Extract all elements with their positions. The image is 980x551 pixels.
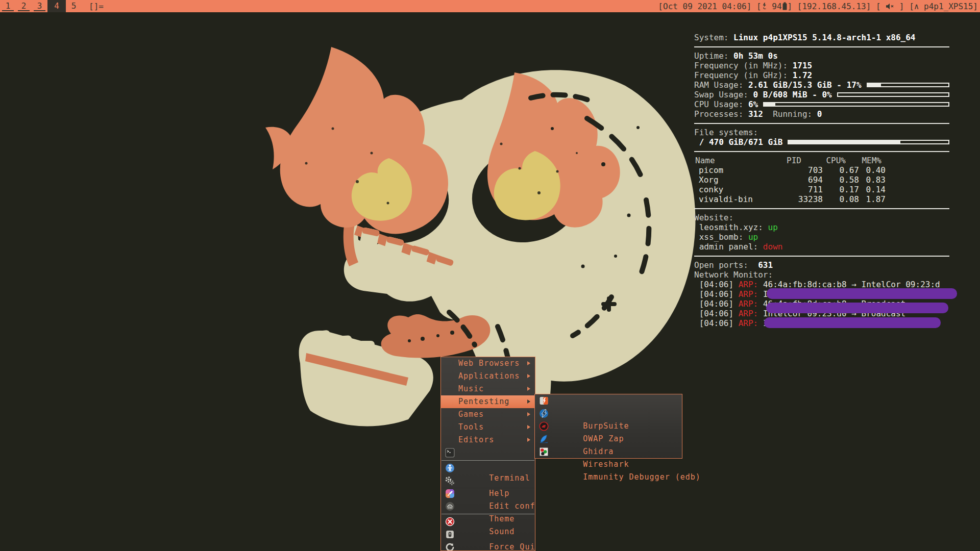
arp-time: [04:06] bbox=[694, 318, 739, 328]
swap-value: 0 B/608 MiB - 0% bbox=[753, 90, 832, 99]
arp-proto: ARP: bbox=[739, 299, 763, 309]
freq-mhz-label: Frequency (in MHz): bbox=[694, 61, 793, 70]
arp-time: [04:06] bbox=[694, 289, 739, 299]
terminal-icon bbox=[445, 448, 455, 458]
proc-pid: 33238 bbox=[762, 194, 823, 204]
desktop: 1 2 3 4 5 []= [Oct 09 2021 04:06] [ 94] … bbox=[0, 0, 980, 551]
bracket: ] bbox=[894, 2, 909, 11]
menu-item-edit-config[interactable]: Edit config bbox=[441, 474, 535, 487]
submenu-item-owasp-zap[interactable]: OWAP Zap bbox=[535, 407, 682, 420]
menu-item-help[interactable]: Help bbox=[441, 462, 535, 474]
menu-item-games[interactable]: Games bbox=[441, 408, 535, 421]
col-cpu: CPU% bbox=[805, 156, 846, 165]
proc-pid: 703 bbox=[762, 165, 823, 175]
menu-item-editors[interactable]: Editors bbox=[441, 434, 535, 446]
arp-proto: ARP: bbox=[739, 289, 763, 299]
workspace-tag-1[interactable]: 1 bbox=[0, 0, 16, 12]
submenu-item-burpsuite[interactable]: BurpSuite bbox=[535, 394, 682, 407]
arp-time: [04:06] bbox=[694, 309, 739, 318]
workspace-label: 4 bbox=[54, 1, 59, 11]
volume-muted-icon bbox=[886, 3, 894, 10]
occupied-indicator bbox=[18, 10, 30, 11]
running-value: 0 bbox=[817, 109, 822, 119]
divider bbox=[694, 151, 949, 152]
table-row: conky7110.170.14 bbox=[694, 185, 949, 194]
zap-icon bbox=[539, 409, 549, 418]
col-pid: PID bbox=[761, 156, 801, 165]
network-interface: [∧ p4p1_XPS15] bbox=[909, 2, 978, 11]
menu-item-shutdown[interactable]: Shutdown bbox=[441, 528, 535, 541]
battery-icon bbox=[782, 2, 788, 10]
arp-time: [04:06] bbox=[694, 299, 739, 309]
running-label: Running: bbox=[763, 109, 817, 119]
workspace-label: 1 bbox=[6, 1, 11, 11]
website-name: leosmith.xyz: bbox=[694, 222, 768, 232]
proc-pid: 711 bbox=[762, 185, 823, 194]
workspace-tag-2[interactable]: 2 bbox=[16, 0, 32, 12]
system-value: Linux p4p1XPS15 5.14.8-arch1-1 x86_64 bbox=[733, 33, 915, 42]
website-name: xss_bomb: bbox=[694, 232, 748, 242]
layout-symbol[interactable]: []= bbox=[89, 2, 104, 11]
menu-item-label: Music bbox=[458, 384, 484, 393]
menu-item-reboot[interactable]: Reboot bbox=[441, 541, 535, 551]
col-name: Name bbox=[695, 156, 715, 165]
bracket: ] bbox=[788, 2, 797, 11]
uptime-value: 0h 53m 0s bbox=[733, 51, 778, 61]
cpu-meter bbox=[763, 102, 949, 107]
workspace-tag-4-selected[interactable]: 4 bbox=[47, 0, 66, 12]
power-plug-icon bbox=[762, 3, 767, 10]
submenu-arrow-icon bbox=[527, 438, 530, 442]
menu-item-force-quit[interactable]: Force Quit bbox=[441, 515, 535, 528]
datetime: [Oct 09 2021 04:06] bbox=[658, 2, 751, 11]
gears-icon bbox=[445, 476, 455, 486]
submenu-item-wireshark[interactable]: Wireshark bbox=[535, 433, 682, 445]
bracket: [ bbox=[871, 2, 886, 11]
arp-proto: ARP: bbox=[739, 309, 763, 318]
shutdown-icon bbox=[445, 530, 455, 539]
bracket: [ bbox=[751, 2, 761, 11]
divider bbox=[694, 208, 949, 209]
workspace-tag-5[interactable]: 5 bbox=[66, 0, 82, 12]
freq-mhz-value: 1715 bbox=[793, 61, 813, 70]
process-table: Name PID CPU% MEM% picom7030.670.40 Xorg… bbox=[694, 156, 949, 204]
ram-value: 2.61 GiB/15.3 GiB - 17% bbox=[748, 80, 862, 90]
menu-item-tools[interactable]: Tools bbox=[441, 421, 535, 434]
submenu-item-ghidra[interactable]: Ghidra bbox=[535, 420, 682, 433]
swap-label: Swap Usage: bbox=[694, 90, 753, 99]
network-monitor-label: Network Monitor: bbox=[694, 270, 773, 280]
sound-icon bbox=[445, 502, 455, 511]
processes-value: 312 bbox=[748, 109, 763, 119]
freq-ghz-label: Frequency (in GHz): bbox=[694, 70, 793, 80]
menu-item-applications[interactable]: Applications bbox=[441, 370, 535, 383]
menu-item-label: Games bbox=[458, 410, 484, 419]
proc-mem: 0.83 bbox=[845, 175, 886, 185]
occupied-indicator bbox=[34, 10, 45, 11]
ram-meter bbox=[867, 83, 949, 87]
menu-item-terminal[interactable]: Terminal (st) bbox=[441, 446, 535, 459]
system-label: System: bbox=[694, 33, 733, 42]
menu-item-label: Tools bbox=[458, 422, 484, 432]
battery-value: 94 bbox=[767, 2, 782, 11]
filesystem-meter bbox=[788, 140, 949, 144]
submenu-arrow-icon bbox=[527, 374, 530, 378]
menu-item-sound[interactable]: Sound bbox=[441, 500, 535, 513]
submenu-item-immunity-debugger[interactable]: Immunity Debugger (edb) bbox=[535, 445, 682, 458]
website-status: up bbox=[768, 222, 778, 232]
workspace-label: 3 bbox=[37, 1, 42, 11]
submenu-arrow-icon bbox=[527, 412, 530, 416]
workspace-label: 2 bbox=[21, 1, 27, 11]
proc-name: vivaldi-bin bbox=[699, 194, 753, 204]
arp-time: [04:06] bbox=[694, 280, 739, 289]
status-bar: 1 2 3 4 5 []= [Oct 09 2021 04:06] [ 94] … bbox=[0, 0, 980, 12]
menu-item-music[interactable]: Music bbox=[441, 383, 535, 395]
workspace-tag-3[interactable]: 3 bbox=[32, 0, 47, 12]
menu-item-pentesting-highlighted[interactable]: Pentesting bbox=[441, 395, 535, 408]
proc-mem: 1.87 bbox=[845, 194, 886, 204]
ghidra-icon bbox=[539, 421, 549, 431]
submenu-arrow-icon bbox=[527, 387, 530, 391]
filesystem-value: / 470 GiB/671 GiB bbox=[694, 137, 782, 147]
menu-item-label: Immunity Debugger (edb) bbox=[583, 472, 701, 482]
menu-item-web-browsers[interactable]: Web Browsers bbox=[441, 357, 535, 370]
menu-item-theme[interactable]: Theme bbox=[441, 487, 535, 500]
cpu-value: 6% bbox=[748, 99, 758, 109]
